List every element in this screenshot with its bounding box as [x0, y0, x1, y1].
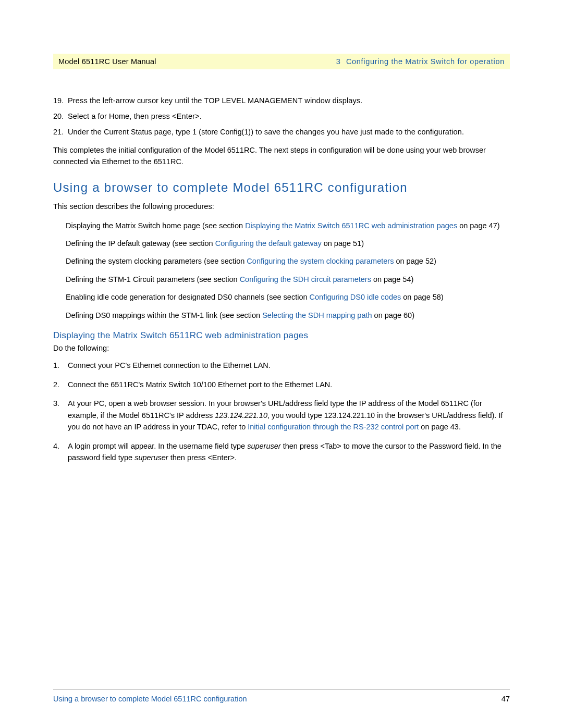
list-item: 19. Press the left-arrow cursor key unti… [53, 95, 510, 107]
step-text: At your PC, open a web browser session. … [68, 398, 510, 433]
step-number: 20. [53, 111, 68, 122]
resume-steps-list: 19. Press the left-arrow cursor key unti… [53, 95, 510, 138]
step-text: Select a for Home, then press <Enter>. [68, 111, 510, 122]
step-number: 19. [53, 95, 68, 107]
list-item: Defining DS0 mappings within the STM-1 l… [66, 310, 510, 321]
list-item: 4. A login prompt will appear. In the us… [53, 440, 510, 464]
step-number: 2. [53, 379, 68, 390]
list-item: Defining the STM-1 Circuit parameters (s… [66, 274, 510, 285]
page-header: Model 6511RC User Manual 3 Configuring t… [53, 54, 510, 69]
list-item: Displaying the Matrix Switch home page (… [66, 220, 510, 231]
list-item: 21. Under the Current Status page, type … [53, 127, 510, 138]
step-text: Under the Current Status page, type 1 (s… [68, 127, 510, 138]
cross-ref-link[interactable]: Configuring the system clocking paramete… [247, 257, 394, 265]
chapter-text: Configuring the Matrix Switch for operat… [346, 57, 505, 66]
cross-ref-link[interactable]: Selecting the SDH mapping path [262, 311, 372, 319]
section-intro: This section describes the following pro… [53, 201, 510, 213]
list-item: Defining the IP default gateway (see sec… [66, 238, 510, 249]
manual-title: Model 6511RC User Manual [58, 57, 156, 66]
page-number: 47 [501, 695, 510, 703]
cross-ref-link[interactable]: Configuring the SDH circuit parameters [240, 275, 371, 283]
list-item: 1. Connect your PC's Ethernet connection… [53, 360, 510, 371]
step-text: Press the left-arrow cursor key until th… [68, 95, 510, 107]
page-footer: Using a browser to complete Model 6511RC… [53, 689, 510, 703]
list-item: Defining the system clocking parameters … [66, 255, 510, 267]
step-text: Connect the 6511RC's Matrix Switch 10/10… [68, 379, 510, 390]
subsection-intro: Do the following: [53, 344, 510, 352]
step-number: 3. [53, 398, 68, 433]
procedure-list: Displaying the Matrix Switch home page (… [66, 220, 510, 322]
cross-ref-link[interactable]: Configuring DS0 idle codes [310, 293, 401, 301]
list-item: Enabling idle code generation for design… [66, 291, 510, 303]
step-text: Connect your PC's Ethernet connection to… [68, 360, 510, 371]
section-heading: Using a browser to complete Model 6511RC… [53, 180, 510, 195]
completion-paragraph: This completes the initial configuration… [53, 145, 510, 168]
list-item: 2. Connect the 6511RC's Matrix Switch 10… [53, 379, 510, 390]
numbered-steps-list: 1. Connect your PC's Ethernet connection… [53, 360, 510, 464]
footer-section-title: Using a browser to complete Model 6511RC… [53, 695, 247, 703]
step-number: 21. [53, 127, 68, 138]
step-number: 4. [53, 440, 68, 464]
list-item: 3. At your PC, open a web browser sessio… [53, 398, 510, 433]
list-item: 20. Select a for Home, then press <Enter… [53, 111, 510, 122]
cross-ref-link[interactable]: Configuring the default gateway [215, 239, 322, 248]
step-number: 1. [53, 360, 68, 371]
step-text: A login prompt will appear. In the usern… [68, 440, 510, 464]
subsection-heading: Displaying the Matrix Switch 6511RC web … [53, 330, 510, 341]
cross-ref-link[interactable]: Initial configuration through the RS-232… [248, 423, 419, 431]
chapter-title: 3 Configuring the Matrix Switch for oper… [336, 57, 505, 66]
chapter-number: 3 [336, 57, 341, 66]
cross-ref-link[interactable]: Displaying the Matrix Switch 6511RC web … [245, 221, 457, 230]
